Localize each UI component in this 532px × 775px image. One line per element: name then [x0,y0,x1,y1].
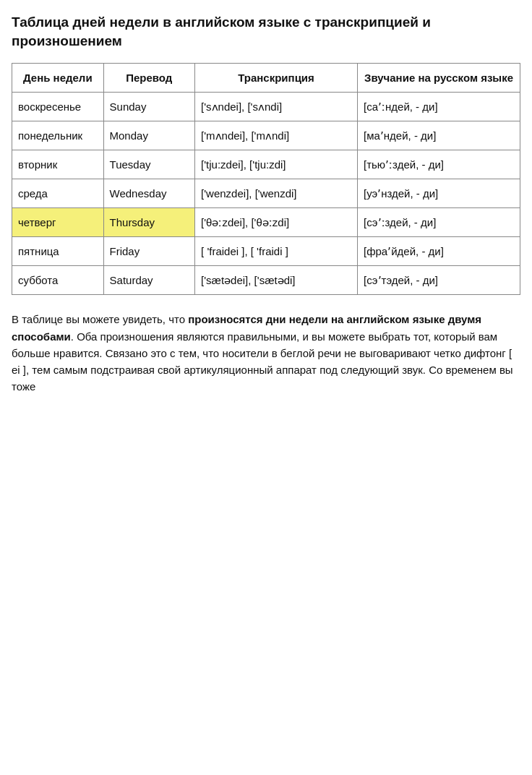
cell-day-ru: вторник [12,150,104,179]
cell-sound-ru: [сэʼтэдей, - ди] [358,266,520,295]
table-row: пятницаFriday[ 'fraidei ], [ 'fraidi ][ф… [12,237,520,266]
cell-sound-ru: [тьюʼːздей, - ди] [358,150,520,179]
cell-day-en: Wednesday [103,179,195,208]
cell-transcription: ['mʌndei], ['mʌndi] [195,121,358,150]
header-day: День недели [12,64,104,93]
cell-sound-ru: [маʼндей, - ди] [358,121,520,150]
header-translation: Перевод [103,64,195,93]
cell-day-ru: воскресенье [12,93,104,121]
cell-day-en: Friday [103,237,195,266]
cell-day-ru: пятница [12,237,104,266]
cell-sound-ru: [саʼːндей, - ди] [358,93,520,121]
cell-transcription: [ 'fraidei ], [ 'fraidi ] [195,237,358,266]
table-row: средаWednesday['wenzdei], ['wenzdi][уэʼн… [12,179,520,208]
table-row: четвергThursday['θəːzdei], ['θəːzdi][сэʼ… [12,208,520,237]
header-sound: Звучание на русском языке [358,64,520,93]
cell-day-en: Tuesday [103,150,195,179]
cell-day-en: Monday [103,121,195,150]
body-text-after: . Оба произношения являются правильными,… [12,330,513,393]
cell-transcription: ['θəːzdei], ['θəːzdi] [195,208,358,237]
cell-day-en: Sunday [103,93,195,121]
cell-day-ru: понедельник [12,121,104,150]
days-table: День недели Перевод Транскрипция Звучани… [12,63,520,295]
table-row: воскресеньеSunday['sʌndei], ['sʌndi][саʼ… [12,93,520,121]
body-paragraph: В таблице вы можете увидеть, что произно… [12,311,520,395]
cell-transcription: ['sʌndei], ['sʌndi] [195,93,358,121]
cell-day-en: Saturday [103,266,195,295]
cell-sound-ru: [уэʼнздей, - ди] [358,179,520,208]
cell-transcription: ['tju:zdei], ['tju:zdi] [195,150,358,179]
body-text-intro: В таблице вы можете увидеть, что [12,313,188,325]
cell-transcription: ['wenzdei], ['wenzdi] [195,179,358,208]
cell-transcription: ['sætədei], ['sætədi] [195,266,358,295]
table-row: вторникTuesday['tju:zdei], ['tju:zdi][ть… [12,150,520,179]
cell-day-ru: четверг [12,208,104,237]
cell-day-en: Thursday [103,208,195,237]
table-row: субботаSaturday['sætədei], ['sætədi][сэʼ… [12,266,520,295]
page-title: Таблица дней недели в английском языке с… [12,13,520,50]
header-transcription: Транскрипция [195,64,358,93]
cell-sound-ru: [фраʼйдей, - ди] [358,237,520,266]
cell-sound-ru: [сэʼːздей, - ди] [358,208,520,237]
cell-day-ru: суббота [12,266,104,295]
table-row: понедельникMonday['mʌndei], ['mʌndi][маʼ… [12,121,520,150]
cell-day-ru: среда [12,179,104,208]
